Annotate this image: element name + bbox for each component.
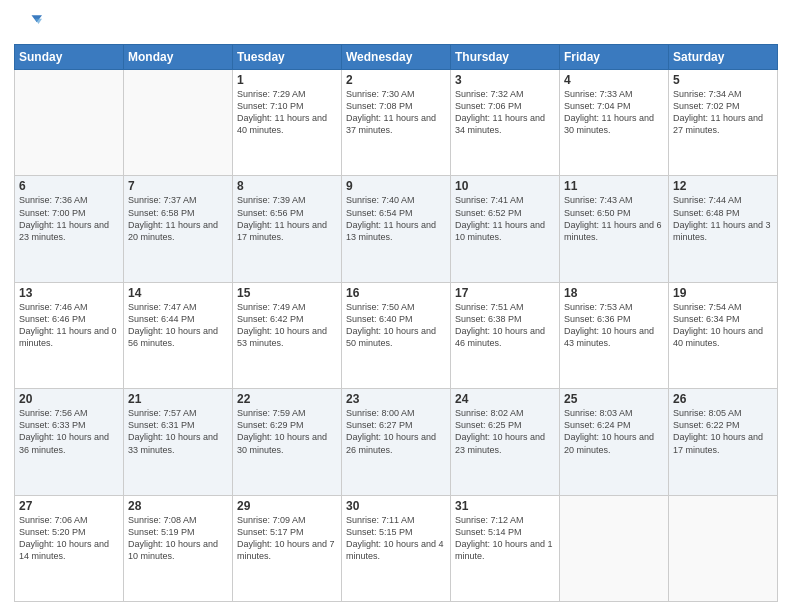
calendar-week-row: 13Sunrise: 7:46 AM Sunset: 6:46 PM Dayli… — [15, 282, 778, 388]
calendar-cell: 14Sunrise: 7:47 AM Sunset: 6:44 PM Dayli… — [124, 282, 233, 388]
day-number: 19 — [673, 286, 773, 300]
day-info: Sunrise: 8:05 AM Sunset: 6:22 PM Dayligh… — [673, 407, 773, 456]
calendar-cell: 29Sunrise: 7:09 AM Sunset: 5:17 PM Dayli… — [233, 495, 342, 601]
day-number: 17 — [455, 286, 555, 300]
day-number: 26 — [673, 392, 773, 406]
calendar-cell: 31Sunrise: 7:12 AM Sunset: 5:14 PM Dayli… — [451, 495, 560, 601]
calendar-cell: 18Sunrise: 7:53 AM Sunset: 6:36 PM Dayli… — [560, 282, 669, 388]
day-number: 10 — [455, 179, 555, 193]
calendar-cell: 12Sunrise: 7:44 AM Sunset: 6:48 PM Dayli… — [669, 176, 778, 282]
day-info: Sunrise: 7:59 AM Sunset: 6:29 PM Dayligh… — [237, 407, 337, 456]
day-number: 20 — [19, 392, 119, 406]
calendar-cell — [124, 70, 233, 176]
calendar-cell: 4Sunrise: 7:33 AM Sunset: 7:04 PM Daylig… — [560, 70, 669, 176]
day-info: Sunrise: 7:50 AM Sunset: 6:40 PM Dayligh… — [346, 301, 446, 350]
day-info: Sunrise: 8:03 AM Sunset: 6:24 PM Dayligh… — [564, 407, 664, 456]
calendar-cell: 26Sunrise: 8:05 AM Sunset: 6:22 PM Dayli… — [669, 389, 778, 495]
calendar-cell: 5Sunrise: 7:34 AM Sunset: 7:02 PM Daylig… — [669, 70, 778, 176]
calendar-cell: 30Sunrise: 7:11 AM Sunset: 5:15 PM Dayli… — [342, 495, 451, 601]
logo-icon — [14, 10, 42, 38]
day-info: Sunrise: 7:44 AM Sunset: 6:48 PM Dayligh… — [673, 194, 773, 243]
day-number: 1 — [237, 73, 337, 87]
day-info: Sunrise: 7:12 AM Sunset: 5:14 PM Dayligh… — [455, 514, 555, 563]
calendar-cell: 17Sunrise: 7:51 AM Sunset: 6:38 PM Dayli… — [451, 282, 560, 388]
calendar-cell: 11Sunrise: 7:43 AM Sunset: 6:50 PM Dayli… — [560, 176, 669, 282]
weekday-header: Tuesday — [233, 45, 342, 70]
calendar-cell: 10Sunrise: 7:41 AM Sunset: 6:52 PM Dayli… — [451, 176, 560, 282]
weekday-header: Sunday — [15, 45, 124, 70]
calendar-week-row: 20Sunrise: 7:56 AM Sunset: 6:33 PM Dayli… — [15, 389, 778, 495]
day-info: Sunrise: 7:43 AM Sunset: 6:50 PM Dayligh… — [564, 194, 664, 243]
day-number: 31 — [455, 499, 555, 513]
calendar-week-row: 6Sunrise: 7:36 AM Sunset: 7:00 PM Daylig… — [15, 176, 778, 282]
calendar-cell: 9Sunrise: 7:40 AM Sunset: 6:54 PM Daylig… — [342, 176, 451, 282]
calendar-cell: 3Sunrise: 7:32 AM Sunset: 7:06 PM Daylig… — [451, 70, 560, 176]
page: SundayMondayTuesdayWednesdayThursdayFrid… — [0, 0, 792, 612]
calendar-cell: 2Sunrise: 7:30 AM Sunset: 7:08 PM Daylig… — [342, 70, 451, 176]
day-number: 11 — [564, 179, 664, 193]
day-number: 3 — [455, 73, 555, 87]
day-info: Sunrise: 7:49 AM Sunset: 6:42 PM Dayligh… — [237, 301, 337, 350]
calendar-cell: 8Sunrise: 7:39 AM Sunset: 6:56 PM Daylig… — [233, 176, 342, 282]
day-number: 8 — [237, 179, 337, 193]
calendar-cell: 16Sunrise: 7:50 AM Sunset: 6:40 PM Dayli… — [342, 282, 451, 388]
calendar-cell: 19Sunrise: 7:54 AM Sunset: 6:34 PM Dayli… — [669, 282, 778, 388]
calendar-cell: 28Sunrise: 7:08 AM Sunset: 5:19 PM Dayli… — [124, 495, 233, 601]
day-number: 23 — [346, 392, 446, 406]
day-number: 4 — [564, 73, 664, 87]
day-info: Sunrise: 7:41 AM Sunset: 6:52 PM Dayligh… — [455, 194, 555, 243]
day-info: Sunrise: 7:47 AM Sunset: 6:44 PM Dayligh… — [128, 301, 228, 350]
calendar-cell: 21Sunrise: 7:57 AM Sunset: 6:31 PM Dayli… — [124, 389, 233, 495]
day-number: 29 — [237, 499, 337, 513]
day-number: 24 — [455, 392, 555, 406]
calendar-cell: 24Sunrise: 8:02 AM Sunset: 6:25 PM Dayli… — [451, 389, 560, 495]
weekday-header: Thursday — [451, 45, 560, 70]
day-info: Sunrise: 7:34 AM Sunset: 7:02 PM Dayligh… — [673, 88, 773, 137]
day-info: Sunrise: 8:02 AM Sunset: 6:25 PM Dayligh… — [455, 407, 555, 456]
day-info: Sunrise: 7:36 AM Sunset: 7:00 PM Dayligh… — [19, 194, 119, 243]
day-info: Sunrise: 7:06 AM Sunset: 5:20 PM Dayligh… — [19, 514, 119, 563]
calendar-cell — [15, 70, 124, 176]
logo — [14, 10, 44, 38]
header-row: SundayMondayTuesdayWednesdayThursdayFrid… — [15, 45, 778, 70]
day-number: 30 — [346, 499, 446, 513]
day-info: Sunrise: 7:37 AM Sunset: 6:58 PM Dayligh… — [128, 194, 228, 243]
day-number: 22 — [237, 392, 337, 406]
calendar-week-row: 27Sunrise: 7:06 AM Sunset: 5:20 PM Dayli… — [15, 495, 778, 601]
day-info: Sunrise: 7:54 AM Sunset: 6:34 PM Dayligh… — [673, 301, 773, 350]
calendar-cell: 1Sunrise: 7:29 AM Sunset: 7:10 PM Daylig… — [233, 70, 342, 176]
day-info: Sunrise: 7:33 AM Sunset: 7:04 PM Dayligh… — [564, 88, 664, 137]
calendar-cell — [560, 495, 669, 601]
calendar-cell: 20Sunrise: 7:56 AM Sunset: 6:33 PM Dayli… — [15, 389, 124, 495]
day-number: 27 — [19, 499, 119, 513]
day-info: Sunrise: 7:39 AM Sunset: 6:56 PM Dayligh… — [237, 194, 337, 243]
calendar-cell: 6Sunrise: 7:36 AM Sunset: 7:00 PM Daylig… — [15, 176, 124, 282]
day-number: 6 — [19, 179, 119, 193]
weekday-header: Wednesday — [342, 45, 451, 70]
day-info: Sunrise: 7:30 AM Sunset: 7:08 PM Dayligh… — [346, 88, 446, 137]
day-info: Sunrise: 7:29 AM Sunset: 7:10 PM Dayligh… — [237, 88, 337, 137]
day-number: 18 — [564, 286, 664, 300]
calendar-cell: 27Sunrise: 7:06 AM Sunset: 5:20 PM Dayli… — [15, 495, 124, 601]
calendar-cell: 25Sunrise: 8:03 AM Sunset: 6:24 PM Dayli… — [560, 389, 669, 495]
day-number: 13 — [19, 286, 119, 300]
weekday-header: Monday — [124, 45, 233, 70]
day-number: 12 — [673, 179, 773, 193]
day-info: Sunrise: 7:09 AM Sunset: 5:17 PM Dayligh… — [237, 514, 337, 563]
calendar-cell: 13Sunrise: 7:46 AM Sunset: 6:46 PM Dayli… — [15, 282, 124, 388]
weekday-header: Saturday — [669, 45, 778, 70]
day-info: Sunrise: 7:46 AM Sunset: 6:46 PM Dayligh… — [19, 301, 119, 350]
day-info: Sunrise: 7:08 AM Sunset: 5:19 PM Dayligh… — [128, 514, 228, 563]
day-info: Sunrise: 7:40 AM Sunset: 6:54 PM Dayligh… — [346, 194, 446, 243]
day-number: 9 — [346, 179, 446, 193]
calendar-cell: 22Sunrise: 7:59 AM Sunset: 6:29 PM Dayli… — [233, 389, 342, 495]
day-number: 14 — [128, 286, 228, 300]
calendar-cell: 15Sunrise: 7:49 AM Sunset: 6:42 PM Dayli… — [233, 282, 342, 388]
day-number: 25 — [564, 392, 664, 406]
calendar-cell: 23Sunrise: 8:00 AM Sunset: 6:27 PM Dayli… — [342, 389, 451, 495]
day-info: Sunrise: 7:11 AM Sunset: 5:15 PM Dayligh… — [346, 514, 446, 563]
day-number: 2 — [346, 73, 446, 87]
header — [14, 10, 778, 38]
day-number: 7 — [128, 179, 228, 193]
calendar-cell: 7Sunrise: 7:37 AM Sunset: 6:58 PM Daylig… — [124, 176, 233, 282]
